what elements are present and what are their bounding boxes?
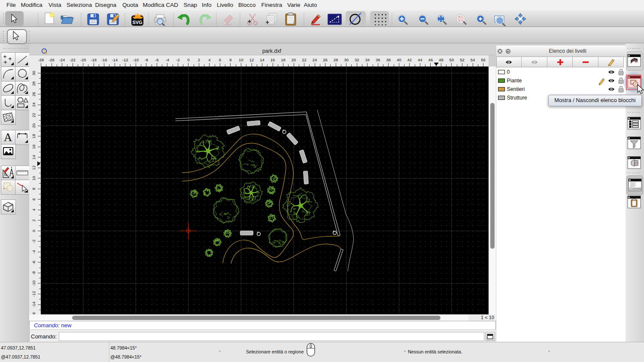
svg-text:4: 4 bbox=[31, 208, 36, 211]
svg-text:-4: -4 bbox=[166, 57, 169, 62]
svg-text:0: 0 bbox=[31, 229, 36, 232]
svg-text:12: 12 bbox=[31, 165, 36, 170]
svg-text:14: 14 bbox=[31, 155, 36, 160]
svg-text:-14: -14 bbox=[112, 57, 118, 62]
svg-text:SVG: SVG bbox=[132, 20, 142, 25]
svg-text:-4: -4 bbox=[31, 250, 36, 253]
svg-text:16: 16 bbox=[31, 144, 36, 149]
svg-text:24: 24 bbox=[313, 57, 317, 62]
svg-text:52: 52 bbox=[460, 57, 465, 62]
svg-text:8: 8 bbox=[229, 57, 231, 62]
svg-text:50: 50 bbox=[450, 57, 454, 62]
svg-text:4: 4 bbox=[208, 57, 210, 62]
svg-text:42: 42 bbox=[407, 57, 412, 62]
svg-text:22: 22 bbox=[31, 113, 36, 118]
svg-text:14: 14 bbox=[260, 57, 264, 62]
svg-text:20: 20 bbox=[31, 123, 36, 128]
svg-text:2: 2 bbox=[31, 219, 36, 221]
svg-text:6: 6 bbox=[31, 198, 36, 200]
svg-text:18: 18 bbox=[281, 57, 286, 62]
svg-text:-6: -6 bbox=[155, 57, 158, 62]
svg-text:A: A bbox=[3, 131, 12, 144]
svg-text:-18: -18 bbox=[91, 57, 97, 62]
svg-text:56: 56 bbox=[481, 57, 486, 62]
svg-text:-12: -12 bbox=[31, 291, 36, 297]
svg-text:10: 10 bbox=[239, 57, 243, 62]
svg-text:-22: -22 bbox=[70, 57, 76, 62]
svg-text:-10: -10 bbox=[133, 57, 139, 62]
svg-text:-16: -16 bbox=[101, 57, 107, 62]
svg-text:C:command: C:command bbox=[630, 188, 641, 190]
svg-text:-26: -26 bbox=[49, 57, 55, 62]
svg-text:-10: -10 bbox=[31, 281, 36, 287]
svg-text:-20: -20 bbox=[80, 57, 86, 62]
svg-text:-2: -2 bbox=[31, 239, 36, 243]
svg-text:40: 40 bbox=[397, 57, 401, 62]
svg-text:38: 38 bbox=[386, 57, 391, 62]
svg-text:30: 30 bbox=[344, 57, 349, 62]
svg-text:-24: -24 bbox=[59, 57, 65, 62]
svg-text:-28: -28 bbox=[38, 57, 44, 62]
svg-text:12: 12 bbox=[249, 57, 254, 62]
svg-text:30: 30 bbox=[31, 71, 36, 75]
svg-text:54: 54 bbox=[471, 57, 475, 62]
svg-text:-2: -2 bbox=[176, 57, 179, 62]
svg-text:-6: -6 bbox=[31, 260, 36, 264]
svg-text:-12: -12 bbox=[122, 57, 128, 62]
svg-text:28: 28 bbox=[31, 81, 36, 86]
svg-text:-14: -14 bbox=[31, 302, 36, 308]
svg-text:32: 32 bbox=[355, 57, 359, 62]
svg-text:26: 26 bbox=[323, 57, 328, 62]
svg-text:8: 8 bbox=[31, 187, 36, 190]
svg-text:24: 24 bbox=[31, 102, 36, 107]
svg-text:34: 34 bbox=[365, 57, 370, 62]
svg-text:28: 28 bbox=[334, 57, 338, 62]
svg-text:-8: -8 bbox=[144, 57, 148, 62]
svg-text:-8: -8 bbox=[31, 271, 36, 275]
svg-text:46: 46 bbox=[428, 57, 433, 62]
svg-text:0: 0 bbox=[187, 57, 189, 62]
svg-text:10: 10 bbox=[31, 176, 36, 181]
svg-text:16: 16 bbox=[270, 57, 275, 62]
svg-text:26: 26 bbox=[31, 92, 36, 97]
svg-text:44: 44 bbox=[418, 57, 422, 62]
svg-text:20: 20 bbox=[292, 57, 296, 62]
svg-text:2: 2 bbox=[198, 57, 200, 62]
svg-text:18: 18 bbox=[31, 134, 36, 139]
svg-text:6: 6 bbox=[219, 57, 221, 62]
svg-text:22: 22 bbox=[302, 57, 307, 62]
svg-text:36: 36 bbox=[376, 57, 380, 62]
svg-text:48: 48 bbox=[439, 57, 444, 62]
